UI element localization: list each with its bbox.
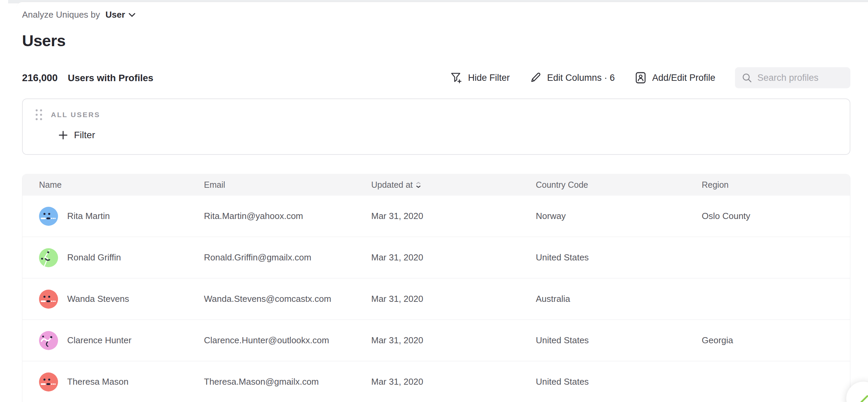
avatar — [39, 331, 58, 350]
email-cell: Theresa.Mason@gmailx.com — [204, 377, 371, 387]
hide-filter-button[interactable]: Hide Filter — [450, 72, 510, 84]
updated-at-cell: Mar 31, 2020 — [371, 377, 536, 387]
search-icon — [742, 73, 752, 83]
filter-group-header: ALL USERS — [36, 109, 100, 120]
column-label: Email — [204, 180, 225, 190]
country-code-cell: United States — [536, 252, 702, 263]
email-cell: Rita.Martin@yahoox.com — [204, 211, 371, 221]
search-profiles-box[interactable] — [735, 67, 850, 88]
page-title: Users — [22, 31, 65, 50]
add-edit-profile-button[interactable]: Add/Edit Profile — [635, 72, 715, 84]
profile-card-icon — [635, 72, 647, 84]
name-cell: Ronald Griffin — [23, 248, 204, 267]
profile-count-group: 216,000 Users with Profiles — [22, 72, 153, 84]
avatar — [39, 290, 58, 309]
stats-actions-row: 216,000 Users with Profiles Hide Filter … — [22, 67, 850, 89]
hide-filter-label: Hide Filter — [468, 73, 510, 83]
column-header-email[interactable]: Email — [204, 180, 371, 190]
actions-group: Hide Filter Edit Columns · 6 Add/Edit Pr… — [450, 67, 850, 88]
funnel-plus-icon — [450, 72, 463, 84]
user-name: Ronald Griffin — [67, 252, 121, 263]
user-name: Clarence Hunter — [67, 335, 131, 346]
column-label: Updated at — [371, 180, 413, 190]
table-row[interactable]: Clarence Hunter Clarence.Hunter@outlookx… — [22, 320, 850, 361]
updated-at-cell: Mar 31, 2020 — [371, 211, 536, 221]
country-code-cell: Australia — [536, 294, 702, 304]
search-profiles-input[interactable] — [757, 73, 842, 83]
edit-columns-button[interactable]: Edit Columns · 6 — [529, 72, 615, 84]
table-header: Name Email Updated at Country Code Regio… — [22, 174, 850, 196]
column-header-country-code[interactable]: Country Code — [536, 180, 702, 190]
updated-at-cell: Mar 31, 2020 — [371, 335, 536, 346]
region-cell: Georgia — [702, 335, 850, 346]
profile-count-label: Users with Profiles — [68, 73, 153, 84]
name-cell: Clarence Hunter — [23, 331, 204, 350]
name-cell: Wanda Stevens — [23, 290, 204, 309]
column-header-updated-at[interactable]: Updated at — [371, 180, 536, 190]
users-page: Analyze Uniques by User Users 216,000 Us… — [0, 0, 868, 402]
add-filter-label: Filter — [74, 130, 95, 141]
users-table: Name Email Updated at Country Code Regio… — [22, 174, 850, 402]
column-header-name[interactable]: Name — [39, 180, 204, 190]
table-row[interactable]: Ronald Griffin Ronald.Griffin@gmailx.com… — [22, 237, 850, 278]
name-cell: Rita Martin — [23, 207, 204, 226]
region-cell: Oslo County — [702, 211, 850, 221]
updated-at-cell: Mar 31, 2020 — [371, 252, 536, 263]
table-row[interactable]: Rita Martin Rita.Martin@yahoox.com Mar 3… — [22, 196, 850, 237]
country-code-cell: United States — [536, 377, 702, 387]
column-label: Name — [39, 180, 62, 190]
filter-card: ALL USERS Filter — [22, 98, 850, 155]
avatar — [39, 372, 58, 391]
column-header-region[interactable]: Region — [702, 180, 850, 190]
add-filter-button[interactable]: Filter — [58, 130, 95, 141]
email-cell: Ronald.Griffin@gmailx.com — [204, 252, 371, 263]
email-cell: Wanda.Stevens@comcastx.com — [204, 294, 371, 304]
chevron-down-icon — [129, 13, 135, 17]
updated-at-cell: Mar 31, 2020 — [371, 294, 536, 304]
avatar — [39, 248, 58, 267]
table-row[interactable]: Theresa Mason Theresa.Mason@gmailx.com M… — [22, 361, 850, 402]
filter-group-label: ALL USERS — [51, 111, 100, 119]
user-name: Theresa Mason — [67, 377, 129, 387]
email-cell: Clarence.Hunter@outlookx.com — [204, 335, 371, 346]
analyze-uniques-row: Analyze Uniques by User — [22, 10, 135, 20]
country-code-cell: United States — [536, 335, 702, 346]
user-name: Wanda Stevens — [67, 294, 129, 304]
column-label: Region — [702, 180, 729, 190]
analyze-by-value: User — [106, 10, 125, 20]
analyze-uniques-label: Analyze Uniques by — [22, 10, 100, 20]
user-name: Rita Martin — [67, 211, 110, 221]
analyze-by-dropdown[interactable]: User — [106, 10, 135, 20]
avatar — [39, 207, 58, 226]
country-code-cell: Norway — [536, 211, 702, 221]
table-row[interactable]: Wanda Stevens Wanda.Stevens@comcastx.com… — [22, 278, 850, 320]
column-label: Country Code — [536, 180, 588, 190]
add-edit-profile-label: Add/Edit Profile — [652, 73, 715, 83]
sort-chevrons-icon — [416, 182, 421, 188]
drag-handle-icon[interactable] — [36, 109, 42, 120]
plus-icon — [58, 130, 68, 140]
profile-count: 216,000 — [22, 72, 58, 84]
edit-columns-label: Edit Columns · 6 — [547, 73, 615, 83]
pencil-icon — [529, 72, 542, 84]
name-cell: Theresa Mason — [23, 372, 204, 391]
